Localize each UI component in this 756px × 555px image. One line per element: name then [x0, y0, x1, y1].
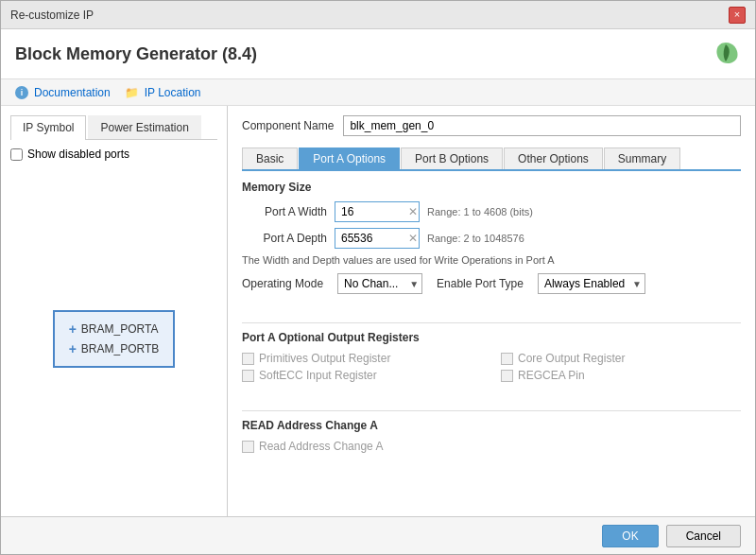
- tab-port-b-options[interactable]: Port B Options: [401, 147, 503, 169]
- port-a-depth-row: Port A Depth ✕ Range: 2 to 1048576: [242, 228, 741, 249]
- tab-port-a-options[interactable]: Port A Options: [299, 147, 400, 169]
- enable-port-type-select-wrapper: Always Enabled ▼: [538, 273, 645, 294]
- core-output-register-item: Core Output Register: [501, 352, 741, 365]
- vivado-logo-icon: [711, 39, 741, 69]
- left-panel: IP Symbol Power Estimation Show disabled…: [1, 106, 228, 516]
- component-name-input[interactable]: [343, 115, 741, 136]
- core-output-register-checkbox[interactable]: [501, 353, 513, 365]
- enable-port-type-label: Enable Port Type: [437, 277, 524, 290]
- read-address-change-label: Read Address Change A: [259, 440, 383, 453]
- read-address-change-item: Read Address Change A: [242, 440, 741, 453]
- port-a-depth-clear-icon[interactable]: ✕: [408, 232, 418, 245]
- bram-portb-row: + BRAM_PORTB: [69, 341, 160, 356]
- bram-porta-row: + BRAM_PORTA: [69, 321, 160, 337]
- symbol-area: + BRAM_PORTA + BRAM_PORTB: [10, 170, 217, 507]
- footer: OK Cancel: [1, 516, 755, 554]
- component-name-label: Component Name: [242, 119, 334, 132]
- operating-mode-label: Operating Mode: [242, 277, 323, 290]
- port-a-width-clear-icon[interactable]: ✕: [408, 205, 418, 218]
- title-bar-text: Re-customize IP: [10, 9, 94, 22]
- bram-symbol: + BRAM_PORTA + BRAM_PORTB: [53, 310, 176, 368]
- main-content: IP Symbol Power Estimation Show disabled…: [1, 106, 755, 516]
- opt-registers-title: Port A Optional Output Registers: [242, 331, 741, 344]
- softecc-input-register-label: SoftECC Input Register: [259, 369, 377, 382]
- regcea-pin-checkbox[interactable]: [501, 370, 513, 382]
- tab-ip-symbol[interactable]: IP Symbol: [10, 115, 86, 140]
- port-a-depth-input-wrapper: ✕: [335, 228, 420, 249]
- operating-mode-select-wrapper: No Chan... ▼: [337, 273, 422, 294]
- port-a-width-input-wrapper: ✕: [335, 201, 420, 222]
- port-a-depth-label: Port A Depth: [242, 232, 327, 245]
- section-divider-2: [242, 410, 741, 411]
- enable-port-type-select[interactable]: Always Enabled: [538, 273, 645, 294]
- port-a-depth-range: Range: 2 to 1048576: [427, 233, 524, 244]
- primitives-output-register-item: Primitives Output Register: [242, 352, 482, 365]
- memory-size-section: Memory Size Port A Width ✕ Range: 1 to 4…: [242, 181, 741, 302]
- regcea-pin-item: REGCEA Pin: [501, 369, 741, 382]
- tab-other-options[interactable]: Other Options: [504, 147, 603, 169]
- width-depth-info-text: The Width and Depth values are used for …: [242, 254, 741, 266]
- folder-icon: 📁: [125, 86, 139, 99]
- content-tabs: Basic Port A Options Port B Options Othe…: [242, 147, 741, 171]
- app-header: Block Memory Generator (8.4): [1, 29, 755, 79]
- tab-summary[interactable]: Summary: [604, 147, 680, 169]
- port-a-width-row: Port A Width ✕ Range: 1 to 4608 (bits): [242, 201, 741, 222]
- softecc-input-register-item: SoftECC Input Register: [242, 369, 482, 382]
- primitives-output-register-checkbox[interactable]: [242, 353, 254, 365]
- optional-output-registers-section: Port A Optional Output Registers Primiti…: [242, 331, 741, 390]
- primitives-output-register-label: Primitives Output Register: [259, 352, 390, 365]
- opt-registers-grid: Primitives Output Register Core Output R…: [242, 352, 741, 382]
- core-output-register-label: Core Output Register: [518, 352, 625, 365]
- cancel-button[interactable]: Cancel: [666, 525, 741, 547]
- regcea-pin-label: REGCEA Pin: [518, 369, 585, 382]
- show-disabled-ports-label: Show disabled ports: [27, 147, 129, 161]
- component-name-row: Component Name: [242, 115, 741, 136]
- bram-portb-label: BRAM_PORTB: [81, 342, 159, 356]
- port-a-width-label: Port A Width: [242, 205, 327, 218]
- bram-porta-label: BRAM_PORTA: [81, 322, 159, 336]
- ip-location-link[interactable]: 📁 IP Location: [125, 86, 201, 99]
- documentation-link[interactable]: i Documentation: [15, 86, 111, 99]
- port-a-depth-input[interactable]: [335, 228, 420, 249]
- app-title: Block Memory Generator (8.4): [15, 44, 257, 64]
- right-panel: Component Name Basic Port A Options Port…: [228, 106, 755, 516]
- port-a-width-input[interactable]: [335, 201, 420, 222]
- bram-portb-plus-icon: +: [69, 341, 77, 356]
- info-icon: i: [15, 86, 28, 99]
- tab-basic[interactable]: Basic: [242, 147, 298, 169]
- section-divider-1: [242, 322, 741, 323]
- operating-mode-select[interactable]: No Chan...: [337, 273, 422, 294]
- port-a-width-range: Range: 1 to 4608 (bits): [427, 206, 533, 217]
- show-disabled-ports-row: Show disabled ports: [10, 147, 217, 161]
- close-button[interactable]: ×: [729, 7, 746, 24]
- toolbar: i Documentation 📁 IP Location: [1, 79, 755, 106]
- tab-power-estimation[interactable]: Power Estimation: [88, 115, 200, 139]
- softecc-input-register-checkbox[interactable]: [242, 370, 254, 382]
- read-address-section: READ Address Change A Read Address Chang…: [242, 419, 741, 453]
- left-tab-bar: IP Symbol Power Estimation: [10, 115, 217, 140]
- read-address-title: READ Address Change A: [242, 419, 741, 432]
- bram-porta-plus-icon: +: [69, 321, 77, 337]
- read-address-change-checkbox[interactable]: [242, 441, 254, 453]
- operating-mode-row: Operating Mode No Chan... ▼ Enable Port …: [242, 273, 741, 294]
- show-disabled-ports-checkbox[interactable]: [10, 148, 23, 161]
- ok-button[interactable]: OK: [602, 525, 658, 547]
- title-bar: Re-customize IP ×: [1, 1, 755, 29]
- dialog: Re-customize IP × Block Memory Generator…: [0, 0, 756, 555]
- memory-size-title: Memory Size: [242, 181, 741, 194]
